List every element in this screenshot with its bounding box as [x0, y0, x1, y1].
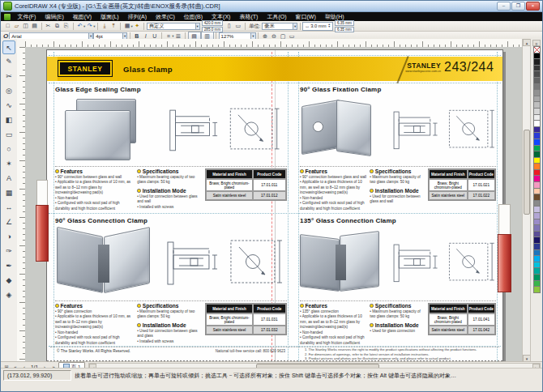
menu-item[interactable]: 效果(C): [152, 12, 180, 21]
interactive-fill-tool-icon[interactable]: ◈: [2, 288, 15, 302]
minimize-button[interactable]: –: [497, 2, 511, 11]
drawing-canvas[interactable]: STANLEY Glass Clamp STANLEY www.stanleya…: [25, 47, 523, 362]
docker-button[interactable]: ≡: [532, 40, 541, 46]
ruler-tick: [19, 359, 25, 360]
paper-width-field[interactable]: 420.0 mm: [202, 20, 223, 26]
chevron-down-icon[interactable]: ▾: [88, 33, 92, 39]
menu-item[interactable]: 文件(F): [13, 12, 41, 21]
banner-strip: [47, 57, 58, 81]
open-icon[interactable]: ▱: [12, 22, 21, 30]
redo-dropdown-icon[interactable]: ▾: [93, 24, 95, 28]
product-section: Glass Edge Sealing Clamp: [55, 86, 287, 211]
chevron-down-icon[interactable]: ▾: [250, 33, 254, 39]
paste-icon[interactable]: ⎘: [62, 22, 71, 30]
document-icon[interactable]: [4, 14, 11, 20]
technical-drawing: [152, 226, 287, 299]
nudge-offset-field[interactable]: ↔ 3.0 mm ▲▼: [302, 22, 333, 31]
paper-preset-combo[interactable]: 自定义 ▾: [147, 23, 200, 30]
print-icon[interactable]: ▤: [30, 22, 39, 30]
features-heading: Features: [300, 168, 366, 174]
technical-drawing: [383, 95, 496, 164]
outline-pen-tool-icon[interactable]: ✒: [2, 259, 15, 273]
toolbar-separator: [97, 23, 98, 30]
rectangle-tool-icon[interactable]: ▭: [2, 128, 15, 142]
specifications-list: • Maximum bearing capacity of two glass …: [137, 175, 202, 185]
duplicate-x-value: 6.35 mm: [337, 21, 352, 25]
copy-icon[interactable]: ⧉: [53, 22, 62, 30]
zoom-tool-icon[interactable]: ◎: [2, 84, 15, 98]
menu-item[interactable]: 视图(V): [68, 12, 96, 21]
standard-toolbar: □ ▱ ◫ ▤ ✂ ⧉ ⎘ ↶▾ ↷▾ ⤓ ⤒ ▦▾ ✦ 自定义 ▾ 420.0…: [1, 21, 542, 32]
chevron-down-icon[interactable]: ▾: [122, 33, 126, 39]
ruler-tick: [195, 41, 196, 47]
menu-item[interactable]: 编辑(E): [41, 12, 68, 21]
features-title: Features: [61, 168, 83, 174]
export-icon[interactable]: ⤒: [109, 22, 118, 30]
pick-tool-icon[interactable]: ↖: [2, 40, 15, 54]
technical-drawing: [152, 95, 287, 164]
landscape-icon[interactable]: ▭: [233, 22, 242, 30]
ruler-tick: [110, 41, 111, 47]
shape-tool-icon[interactable]: ✎: [2, 55, 15, 69]
cut-icon[interactable]: ✂: [44, 22, 53, 30]
connector-tool-icon[interactable]: ∠: [2, 215, 15, 229]
color-swatch[interactable]: [533, 286, 541, 293]
table-header-cell: Material and Finish: [429, 304, 468, 313]
title-bar[interactable]: CorelDRAW X4 (专业版) - [G:\五金画册(英文)\转曲\ENO…: [1, 1, 542, 12]
welcome-screen-icon[interactable]: ✦: [133, 22, 142, 30]
polygon-tool-icon[interactable]: ✶: [2, 157, 15, 171]
features-heading: Features: [300, 303, 366, 309]
close-button[interactable]: ×: [526, 2, 540, 11]
duplicate-distance-group: 6.35 mm 6.35 mm: [335, 20, 354, 32]
new-icon[interactable]: □: [3, 22, 12, 30]
ruler-tick: [53, 41, 54, 47]
spinner-icon[interactable]: ▲▼: [327, 23, 330, 28]
ruler-tick: [252, 41, 253, 47]
maximize-button[interactable]: ❐: [511, 2, 525, 11]
section-divider: [300, 166, 496, 167]
bullet-item: • Maximum bearing capacity of two glass …: [137, 175, 202, 185]
menu-item[interactable]: 表格(T): [235, 12, 263, 21]
toolbar-separator: [245, 23, 246, 30]
table-tool-icon[interactable]: ▦: [2, 186, 15, 200]
save-icon[interactable]: ◫: [21, 22, 30, 30]
specifications-heading: Specifications: [137, 168, 202, 174]
ruler-tick: [394, 41, 395, 47]
ruler-tick: [82, 41, 83, 47]
import-icon[interactable]: ⤓: [100, 22, 109, 30]
footer-notes: 1. The Stanley Works reserves the right …: [305, 347, 496, 361]
paper-width-value: 420.0 mm: [204, 21, 220, 25]
fill-tool-icon[interactable]: ◆: [2, 274, 15, 288]
document-page[interactable]: STANLEY Glass Clamp STANLEY www.stanleya…: [46, 49, 503, 362]
chevron-down-icon[interactable]: ▾: [195, 23, 199, 29]
units-combo[interactable]: 毫米 ▾: [262, 23, 297, 30]
dimension-tool-icon[interactable]: ↔: [2, 201, 15, 215]
bullet-item: • Installed with screws: [137, 339, 202, 344]
ellipse-tool-icon[interactable]: ○: [2, 143, 15, 156]
menu-item[interactable]: 工具(O): [263, 12, 291, 21]
duplicate-y-field[interactable]: 6.35 mm: [335, 27, 354, 32]
chevron-down-icon[interactable]: ▾: [293, 23, 297, 29]
menu-item[interactable]: 窗口(W): [291, 12, 320, 21]
ruler-tick: [337, 41, 338, 47]
installation-heading: Installation Mode: [137, 322, 202, 328]
table-header-cell: Product Code: [468, 169, 495, 179]
vertical-scroll-thumb[interactable]: [524, 130, 530, 215]
eyedropper-tool-icon[interactable]: ✑: [2, 245, 15, 258]
crop-tool-icon[interactable]: ✂: [2, 70, 15, 83]
specifications-list: • Maximum bearing capacity of two glass …: [370, 309, 425, 320]
smart-fill-tool-icon[interactable]: ◧: [2, 113, 15, 127]
brand-url: www.stanleyaccess.com.cn: [378, 70, 441, 73]
menu-item[interactable]: 排列(A): [123, 12, 151, 21]
clamp-front-plate: [65, 110, 130, 160]
text-tool-icon[interactable]: A: [2, 172, 15, 185]
menu-item[interactable]: 版面(L): [96, 12, 124, 21]
blend-tool-icon[interactable]: ◑: [2, 230, 15, 244]
zoom-level-value: 127%: [221, 33, 234, 39]
duplicate-x-field[interactable]: 6.35 mm: [335, 20, 354, 26]
units-label: 单位:: [249, 23, 260, 30]
freehand-tool-icon[interactable]: ∿: [2, 99, 15, 113]
portrait-icon[interactable]: ▯: [224, 22, 233, 30]
bullet-dot-icon: [137, 189, 141, 193]
ruler-tick: [224, 41, 224, 47]
